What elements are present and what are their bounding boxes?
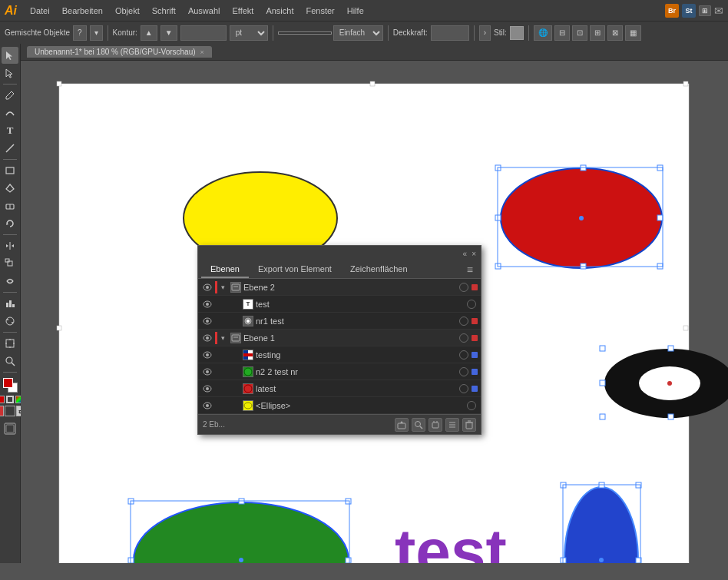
- canvas-surface[interactable]: test « × Ebenen Export von Element Zeich…: [21, 61, 728, 563]
- menu-fenster[interactable]: Fenster: [300, 5, 339, 17]
- layer-expand-ebene2[interactable]: ▾: [217, 282, 228, 293]
- layer-vis-ebene1[interactable]: [459, 333, 468, 343]
- layer-row-ellipse[interactable]: <Ellipse>: [198, 397, 481, 414]
- layer-row-testing[interactable]: testing: [198, 346, 481, 363]
- fg-color-swatch[interactable]: [0, 406, 4, 416]
- select-tool[interactable]: [2, 47, 18, 64]
- layers-search-btn[interactable]: [412, 418, 425, 432]
- kontur-down[interactable]: ▼: [160, 25, 177, 41]
- bridge-icon[interactable]: Br: [665, 4, 679, 18]
- layer-row-test[interactable]: T test: [198, 296, 481, 313]
- main-area: T: [0, 44, 728, 563]
- fill-btn[interactable]: [0, 396, 5, 403]
- canvas-tab-close[interactable]: ×: [200, 48, 204, 56]
- shape-green-ellipse[interactable]: [134, 502, 349, 563]
- search-icon[interactable]: ✉: [714, 5, 723, 17]
- menu-hilfe[interactable]: Hilfe: [342, 5, 369, 17]
- menu-effekt[interactable]: Effekt: [227, 5, 259, 17]
- workspace-switcher[interactable]: ⊞: [699, 5, 711, 16]
- text-test-shape[interactable]: test: [395, 516, 507, 563]
- layer-vis-test[interactable]: [467, 300, 476, 309]
- artboard-tool[interactable]: [2, 335, 18, 352]
- sel-handle-mr: [657, 215, 663, 220]
- canvas-tab-item[interactable]: Unbenannt-1* bei 180 % (RGB/GPU-Vorschau…: [27, 46, 212, 58]
- rotate-tool[interactable]: [2, 215, 18, 232]
- layers-tab-export[interactable]: Export von Element: [249, 261, 341, 278]
- layer-eye-testing[interactable]: [201, 349, 213, 361]
- paint-tool[interactable]: [2, 180, 18, 197]
- none-swatch[interactable]: [5, 406, 15, 416]
- stock-icon[interactable]: St: [682, 4, 696, 18]
- layer-eye-ellipse[interactable]: [201, 399, 213, 412]
- layer-row-latest[interactable]: latest: [198, 380, 481, 397]
- layer-eye-nr1test[interactable]: [201, 315, 213, 327]
- layout-btn-1[interactable]: ⊟: [554, 25, 570, 41]
- kontur-select[interactable]: pt: [230, 25, 268, 41]
- text-tool[interactable]: T: [2, 122, 18, 139]
- layer-row-ebene1[interactable]: ▾ Ebene 1: [198, 330, 481, 346]
- layer-eye-n2test[interactable]: [201, 366, 213, 378]
- layer-vis-ebene2[interactable]: [459, 283, 468, 292]
- layer-eye-latest[interactable]: [201, 383, 213, 395]
- layers-panel-titlebar[interactable]: « ×: [198, 246, 481, 261]
- layers-tab-artboards[interactable]: Zeichenflächen: [341, 261, 417, 278]
- layout-btn-2[interactable]: ⊡: [572, 25, 587, 41]
- layer-vis-nr1test[interactable]: [459, 317, 468, 326]
- rect-tool[interactable]: [2, 162, 18, 179]
- layers-menu-icon[interactable]: ≡: [462, 263, 478, 276]
- layer-name-nr1test: nr1 test: [256, 317, 459, 326]
- menu-bearbeiten[interactable]: Bearbeiten: [57, 5, 108, 17]
- warp-tool[interactable]: [2, 273, 18, 290]
- graph-tool[interactable]: [2, 295, 18, 312]
- toolbox: T: [0, 44, 21, 563]
- layer-row-ebene2[interactable]: ▾ Ebene 2: [198, 279, 481, 296]
- layers-merge-btn[interactable]: [445, 418, 459, 432]
- symbol-tool[interactable]: [2, 313, 18, 330]
- color-selector[interactable]: [2, 376, 18, 393]
- layers-clip-btn[interactable]: [429, 418, 442, 432]
- pen-tool[interactable]: [2, 87, 18, 104]
- layer-vis-latest[interactable]: [459, 384, 468, 393]
- scale-tool[interactable]: [2, 255, 18, 272]
- layers-make-btn[interactable]: [395, 418, 409, 432]
- layer-eye-test[interactable]: [201, 298, 213, 310]
- layout-btn-5[interactable]: ▦: [625, 25, 641, 41]
- menu-datei[interactable]: Datei: [25, 5, 55, 17]
- eraser-tool[interactable]: [2, 197, 18, 214]
- panel-collapse-btn[interactable]: «: [463, 250, 468, 258]
- layers-tab-ebenen[interactable]: Ebenen: [201, 261, 249, 278]
- object-type-question[interactable]: ?: [73, 25, 87, 41]
- layer-row-n2test[interactable]: n2 2 test nr: [198, 363, 481, 380]
- globe-btn[interactable]: 🌐: [534, 25, 552, 41]
- layer-expand-ebene1[interactable]: ▾: [217, 333, 228, 343]
- layer-vis-n2test[interactable]: [459, 367, 468, 376]
- layer-row-nr1test[interactable]: nr1 test: [198, 313, 481, 330]
- layer-lock-ellipse: [215, 399, 217, 412]
- navigator-tool[interactable]: [2, 420, 18, 437]
- menu-schrift[interactable]: Schrift: [147, 5, 181, 17]
- layers-trash-btn[interactable]: [462, 418, 476, 432]
- layout-btn-4[interactable]: ⊠: [607, 25, 623, 41]
- more-btn[interactable]: ›: [479, 25, 491, 41]
- kontur-up[interactable]: ▲: [141, 25, 157, 41]
- object-type-down[interactable]: ▾: [90, 25, 103, 41]
- menu-auswahl[interactable]: Auswahl: [183, 5, 226, 17]
- menu-ansicht[interactable]: Ansicht: [260, 5, 299, 17]
- direct-select-tool[interactable]: [2, 65, 18, 81]
- panel-close-btn[interactable]: ×: [472, 250, 476, 258]
- stroke-btn[interactable]: [6, 396, 14, 403]
- stroke-select[interactable]: Einfach: [333, 25, 383, 41]
- layer-vis-ellipse[interactable]: [467, 401, 476, 410]
- layer-eye-ebene1[interactable]: [201, 332, 213, 344]
- layer-vis-testing[interactable]: [459, 350, 468, 360]
- line-tool[interactable]: [2, 140, 18, 157]
- mirror-tool[interactable]: [2, 237, 18, 254]
- kontur-input[interactable]: [180, 25, 227, 41]
- layer-eye-ebene2[interactable]: [201, 281, 213, 293]
- curvature-tool[interactable]: [2, 104, 18, 121]
- menu-objekt[interactable]: Objekt: [110, 5, 145, 17]
- layout-btn-3[interactable]: ⊞: [590, 25, 605, 41]
- zoom-tool[interactable]: [2, 353, 18, 370]
- deckkraft-input[interactable]: 100%: [431, 25, 469, 41]
- shape-blue-ellipse[interactable]: [564, 487, 638, 563]
